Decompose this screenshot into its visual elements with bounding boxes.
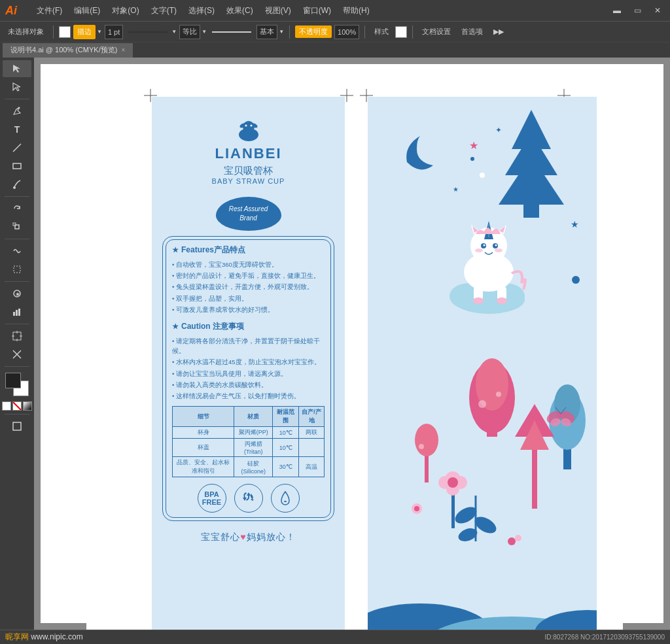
- svg-rect-11: [18, 309, 20, 316]
- svg-point-56: [419, 444, 424, 449]
- style-color-box[interactable]: [395, 26, 407, 38]
- ratio-label: 等比: [179, 25, 200, 39]
- small-flower-1: [412, 503, 422, 514]
- sparkle-2: [470, 157, 474, 161]
- menu-help[interactable]: 帮助(H): [338, 4, 375, 18]
- stroke-width-box[interactable]: 1 pt: [105, 25, 123, 39]
- menu-type[interactable]: 文字(T): [146, 4, 182, 18]
- svg-point-81: [515, 535, 521, 541]
- rotate-tool[interactable]: [3, 200, 31, 217]
- paintbrush-tool[interactable]: [3, 176, 31, 193]
- gradient-icon[interactable]: [23, 401, 32, 411]
- menu-select[interactable]: 选择(S): [183, 4, 220, 18]
- opacity-label: 不透明度: [295, 25, 332, 38]
- svg-point-48: [497, 297, 507, 304]
- feature-5: • 可激发儿童养成常饮水的好习惯。: [172, 305, 325, 314]
- svg-point-42: [495, 245, 497, 246]
- tagline: 宝宝舒心♥妈妈放心！: [152, 532, 345, 543]
- active-tab[interactable]: 说明书4.ai @ 100% (CMYK/预览) ×: [3, 43, 133, 58]
- symbol-tool[interactable]: ★: [3, 285, 31, 302]
- stroke-style-dropdown[interactable]: ▼: [126, 29, 177, 35]
- svg-rect-17: [13, 422, 21, 430]
- badge-shape: Rest Assured Brand: [216, 197, 281, 231]
- caution-title: Caution 注意事项: [172, 321, 325, 332]
- rect-tool[interactable]: [3, 158, 31, 175]
- tree-shape-right: [499, 110, 564, 218]
- star-3: ★: [453, 186, 459, 193]
- svg-point-62: [448, 477, 458, 488]
- star-4: ★: [571, 219, 579, 229]
- ratio-dropdown[interactable]: 等比 ▼: [179, 25, 207, 39]
- scale-tool[interactable]: [3, 218, 31, 235]
- stroke-dropdown[interactable]: 描边 ▼: [73, 25, 102, 39]
- close-button[interactable]: ✕: [650, 5, 665, 16]
- svg-rect-9: [13, 312, 15, 316]
- toolbar-separator-1: [53, 25, 54, 39]
- canvas-area[interactable]: LIANBEI 宝贝吸管杯 BABY STRAW CUP Rest Assure…: [34, 58, 670, 630]
- menu-view[interactable]: 视图(V): [260, 4, 296, 18]
- svg-point-44: [495, 248, 502, 252]
- menu-object[interactable]: 对象(O): [107, 4, 144, 18]
- selection-tool[interactable]: [3, 60, 31, 77]
- feature-3: • 兔头提梁杯盖设计，开盖方便，外观可爱别致。: [172, 282, 325, 292]
- svg-point-0: [18, 107, 20, 109]
- type-tool[interactable]: T: [3, 121, 31, 138]
- svg-point-3: [13, 186, 16, 189]
- menu-window[interactable]: 窗口(W): [298, 4, 336, 18]
- fill-color-box[interactable]: [59, 26, 71, 38]
- free-transform-tool[interactable]: [3, 261, 31, 278]
- features-title: Features产品特点: [172, 245, 325, 256]
- pink-tree-tall: [469, 358, 515, 437]
- tool-divider-5: [5, 324, 29, 324]
- main-area: T ★: [0, 58, 670, 630]
- no-selection-label: 未选择对象: [4, 25, 48, 38]
- pen-tool[interactable]: [3, 103, 31, 120]
- specs-header-3: 自产/产地: [299, 407, 325, 427]
- small-pink-plant: [415, 424, 438, 483]
- caution-3: • 请勿让宝宝当玩具使用，请远离火源。: [172, 369, 325, 379]
- tool-divider-7: [5, 414, 29, 415]
- menu-file[interactable]: 文件(F): [31, 4, 67, 18]
- svg-point-53: [496, 392, 501, 397]
- svg-point-55: [415, 424, 438, 456]
- tab-close-button[interactable]: ×: [121, 46, 125, 54]
- minimize-button[interactable]: ▬: [609, 5, 625, 16]
- basic-dropdown[interactable]: 基本 ▼: [256, 25, 284, 39]
- star-2: ✦: [495, 126, 502, 135]
- title-bar: Ai 文件(F) 编辑(E) 对象(O) 文字(T) 选择(S) 效果(C) 视…: [0, 0, 670, 21]
- svg-rect-10: [16, 310, 18, 316]
- line-tool[interactable]: [3, 139, 31, 156]
- tool-divider-1: [5, 99, 29, 99]
- brand-name: LIANBEI: [152, 145, 345, 162]
- more-button[interactable]: ▶▶: [489, 26, 508, 37]
- preferences-button[interactable]: 首选项: [457, 25, 487, 38]
- opacity-value[interactable]: 100%: [334, 25, 359, 39]
- caution-5: • 这样情况易会产生气压，以免打翻时烫伤。: [172, 391, 325, 401]
- foreground-color-swatch[interactable]: [5, 373, 21, 388]
- caution-1: • 请定期将各部分清洗干净，并置置于阴干燥处晾干候。: [172, 336, 325, 356]
- change-screen-mode[interactable]: [3, 418, 31, 435]
- default-colors-icon[interactable]: [12, 401, 22, 411]
- specs-row-2: 品质、安全、起水标准和指引 硅胶(Silicone) 30℃ 高温: [173, 457, 325, 477]
- toolbar-separator-2: [289, 25, 290, 39]
- tool-divider-2: [5, 196, 29, 197]
- swap-colors-icon[interactable]: [2, 401, 11, 411]
- dot-blue: [572, 276, 580, 284]
- feature-4: • 双手握把，品塑，实用。: [172, 294, 325, 303]
- basic-label: 基本: [256, 25, 277, 39]
- artboard-tool[interactable]: [3, 328, 31, 345]
- right-illustration-panel: ★ ✦ ★ ★: [368, 97, 597, 630]
- teal-tree-right: [549, 384, 586, 469]
- specs-row-0: 杯身 聚丙烯(PP) 10℃ 两联: [173, 427, 325, 439]
- star-1: ★: [469, 140, 478, 151]
- status-bar: 昵享网 www.nipic.com ID:8027268 NO:20171203…: [0, 630, 670, 644]
- direct-selection-tool[interactable]: [3, 78, 31, 95]
- water-drop-icon: [271, 484, 300, 513]
- column-graph-tool[interactable]: [3, 303, 31, 320]
- menu-edit[interactable]: 编辑(E): [69, 4, 105, 18]
- slice-tool[interactable]: [3, 346, 31, 363]
- doc-settings-button[interactable]: 文档设置: [418, 25, 455, 38]
- warp-tool[interactable]: [3, 243, 31, 260]
- menu-effect[interactable]: 效果(C): [221, 4, 258, 18]
- maximize-button[interactable]: ▭: [630, 5, 645, 16]
